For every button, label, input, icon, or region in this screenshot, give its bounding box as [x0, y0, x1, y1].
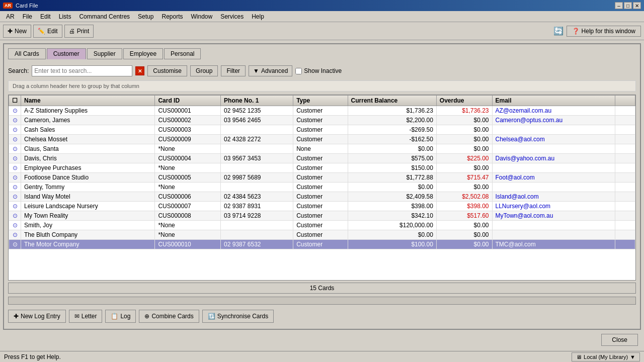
table-header: ☐ Name Card ID Phone No. 1 Type Current … [9, 96, 635, 106]
refresh-icon[interactable]: 🔄 [553, 26, 564, 36]
row-type: Customer [293, 163, 348, 173]
print-button[interactable]: 🖨 Print [64, 25, 94, 38]
row-arrow: ⊙ [9, 116, 21, 125]
search-clear-button[interactable]: ✕ [135, 66, 144, 75]
horizontal-scrollbar[interactable] [8, 297, 636, 305]
synchronise-cards-button[interactable]: 🔃 Synchronise Cards [202, 310, 274, 323]
advanced-button[interactable]: ▼ Advanced [249, 65, 292, 76]
row-email [492, 144, 615, 154]
col-check-header[interactable]: ☐ [9, 96, 21, 106]
menu-help[interactable]: Help [248, 12, 268, 21]
table-row[interactable]: ⊙ A-Z Stationery Supplies CUS000001 02 9… [9, 106, 635, 116]
col-name-header[interactable]: Name [21, 96, 155, 106]
row-card-id: CUS000008 [155, 211, 221, 221]
menu-edit[interactable]: Edit [36, 12, 55, 21]
close-row: Close [3, 332, 641, 348]
table-container[interactable]: ☐ Name Card ID Phone No. 1 Type Current … [8, 95, 636, 281]
tab-row: All Cards Customer Supplier Employee Per… [8, 48, 636, 59]
row-card-id: *None [155, 144, 221, 154]
table-row[interactable]: ⊙ Gentry, Tommy *None Customer $0.00 $0.… [9, 183, 635, 192]
row-email [492, 230, 615, 240]
menu-window[interactable]: Window [187, 12, 217, 21]
row-phone [221, 230, 293, 240]
row-overdue: $0.00 [436, 221, 492, 230]
table-row[interactable]: ⊙ Cameron, James CUS000002 03 9546 2465 … [9, 116, 635, 125]
table-row[interactable]: ⊙ Smith, Joy *None Customer $120,000.00 … [9, 221, 635, 230]
row-email [492, 125, 615, 135]
row-type: Customer [293, 202, 348, 211]
titlebar-close-button[interactable]: ✕ [633, 2, 641, 9]
title-controls[interactable]: – □ ✕ [615, 2, 641, 9]
search-label: Search: [8, 67, 29, 74]
table-row[interactable]: ⊙ Employee Purchases *None Customer $150… [9, 163, 635, 173]
table-row[interactable]: ⊙ Davis, Chris CUS000004 03 9567 3453 Cu… [9, 154, 635, 163]
tab-all-cards[interactable]: All Cards [8, 48, 46, 59]
table-row[interactable]: ⊙ My Town Reality CUS000008 03 9714 9228… [9, 211, 635, 221]
group-button[interactable]: Group [190, 65, 218, 76]
row-card-id: CUS000010 [155, 240, 221, 249]
col-cardid-header[interactable]: Card ID [155, 96, 221, 106]
table-row[interactable]: ⊙ Claus, Santa *None None $0.00 $0.00 [9, 144, 635, 154]
col-email-header[interactable]: Email [492, 96, 615, 106]
log-button[interactable]: 📋 Log [105, 310, 136, 323]
synchronise-icon: 🔃 [208, 313, 215, 320]
row-extra [615, 211, 635, 221]
menu-services[interactable]: Services [216, 12, 248, 21]
row-phone: 03 9714 9228 [221, 211, 293, 221]
card-panel: All Cards Customer Supplier Employee Per… [3, 43, 641, 330]
row-balance: $100.00 [348, 240, 436, 249]
combine-cards-button[interactable]: ⊕ Combine Cards [139, 310, 199, 323]
menu-setup[interactable]: Setup [134, 12, 157, 21]
close-button[interactable]: Close [601, 334, 638, 346]
dropdown-arrow[interactable]: ▼ [630, 354, 635, 360]
new-button[interactable]: ✚ New [3, 25, 31, 38]
search-bar: Search: ✕ Customise Group Filter ▼ Advan… [8, 63, 636, 78]
menu-command-centres[interactable]: Command Centres [75, 12, 134, 21]
help-button[interactable]: ❓ Help for this window [567, 26, 641, 37]
tab-supplier[interactable]: Supplier [87, 48, 122, 59]
row-extra [615, 135, 635, 144]
table-row[interactable]: ⊙ The Bluth Company *None Customer $0.00… [9, 230, 635, 240]
menu-file[interactable]: File [19, 12, 36, 21]
table-footer: 15 Cards [8, 283, 636, 294]
row-phone: 02 9452 1235 [221, 106, 293, 116]
row-email: LLNursery@aol.com [492, 202, 615, 211]
restore-button[interactable]: □ [624, 2, 632, 9]
customise-button[interactable]: Customise [147, 65, 187, 76]
table-row[interactable]: ⊙ The Motor Company CUS000010 02 9387 65… [9, 240, 635, 249]
table-row[interactable]: ⊙ Chelsea Mosset CUS000009 02 4328 2272 … [9, 135, 635, 144]
menu-reports[interactable]: Reports [157, 12, 187, 21]
col-overdue-header[interactable]: Overdue [436, 96, 492, 106]
row-type: Customer [293, 116, 348, 125]
row-name: Cash Sales [21, 125, 155, 135]
col-balance-header[interactable]: Current Balance [348, 96, 436, 106]
search-input[interactable] [32, 65, 132, 76]
letter-button[interactable]: ✉ Letter [69, 310, 103, 323]
row-arrow: ⊙ [9, 163, 21, 173]
table-row[interactable]: ⊙ Cash Sales CUS000003 Customer -$269.50… [9, 125, 635, 135]
table-row[interactable]: ⊙ Footloose Dance Studio CUS000005 02 99… [9, 173, 635, 183]
tab-employee[interactable]: Employee [123, 48, 163, 59]
toolbar: ✚ New ✏️ Edit 🖨 Print 🔄 ❓ Help for this … [0, 22, 644, 40]
edit-button[interactable]: ✏️ Edit [33, 25, 62, 38]
row-arrow: ⊙ [9, 173, 21, 183]
new-log-entry-button[interactable]: ✚ New Log Entry [8, 310, 66, 323]
menu-lists[interactable]: Lists [55, 12, 75, 21]
show-inactive-checkbox[interactable] [295, 68, 302, 74]
col-type-header[interactable]: Type [293, 96, 348, 106]
row-phone [221, 125, 293, 135]
filter-button[interactable]: Filter [221, 65, 246, 76]
new-label: New [15, 28, 27, 35]
show-inactive-label[interactable]: Show Inactive [295, 67, 342, 74]
row-balance: $120,000.00 [348, 221, 436, 230]
tab-personal[interactable]: Personal [164, 48, 201, 59]
row-phone: 02 9987 5689 [221, 173, 293, 183]
help-icon: ❓ [572, 28, 580, 35]
minimize-button[interactable]: – [615, 2, 623, 9]
col-phone-header[interactable]: Phone No. 1 [221, 96, 293, 106]
row-balance: $1,736.23 [348, 106, 436, 116]
tab-customer[interactable]: Customer [47, 48, 86, 59]
table-row[interactable]: ⊙ Leisure Landscape Nursery CUS000007 02… [9, 202, 635, 211]
table-row[interactable]: ⊙ Island Way Motel CUS000006 02 4384 562… [9, 192, 635, 202]
menu-ar[interactable]: AR [2, 12, 19, 21]
